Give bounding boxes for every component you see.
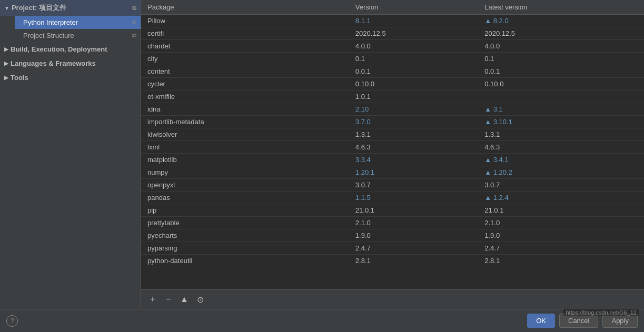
- apply-button[interactable]: Apply: [602, 314, 638, 328]
- sidebar-group-build[interactable]: ▶ Build, Execution, Deployment: [0, 42, 141, 56]
- sidebar-group-languages[interactable]: ▶ Languages & Frameworks: [0, 56, 141, 71]
- package-name: pyparsing: [141, 242, 349, 255]
- dialog-footer: ? OK Cancel Apply: [0, 309, 644, 332]
- table-row[interactable]: pandas1.1.5▲ 1.2.4: [141, 192, 644, 204]
- package-latest: 0.1: [478, 53, 644, 65]
- sidebar-group-build-label: Build, Execution, Deployment: [11, 45, 107, 53]
- sidebar-group-project[interactable]: ▼ Project: 项目文件 ⧉: [0, 0, 141, 16]
- package-name: pip: [141, 204, 349, 217]
- table-row[interactable]: kiwisolver1.3.11.3.1: [141, 128, 644, 141]
- table-row[interactable]: prettytable2.1.02.1.0: [141, 217, 644, 229]
- col-header-package: Package: [141, 0, 349, 15]
- table-row[interactable]: cycler0.10.00.10.0: [141, 78, 644, 90]
- upgrade-arrow-icon: ▲: [484, 17, 491, 25]
- package-latest: 0.10.0: [478, 78, 644, 90]
- sidebar-group-tools[interactable]: ▶ Tools: [0, 71, 141, 85]
- package-latest: ▲ 3.10.1: [478, 116, 644, 128]
- package-version: 0.10.0: [349, 78, 478, 90]
- add-package-button[interactable]: +: [146, 293, 159, 306]
- chevron-right-icon-tools: ▶: [4, 75, 8, 81]
- package-latest: ▲ 1.20.2: [478, 166, 644, 179]
- table-row[interactable]: city0.10.1: [141, 53, 644, 65]
- package-table[interactable]: Package Version Latest version Pillow8.1…: [141, 0, 644, 289]
- package-version: 1.0.1: [349, 90, 478, 103]
- package-name: city: [141, 53, 349, 65]
- settings-dialog: ▼ Project: 项目文件 ⧉ Python Interpreter ⧉ P…: [0, 0, 644, 332]
- package-name: pandas: [141, 192, 349, 204]
- remove-package-button[interactable]: −: [162, 293, 175, 306]
- sidebar-item-python-interpreter[interactable]: Python Interpreter ⧉: [15, 16, 141, 29]
- package-name: numpy: [141, 166, 349, 179]
- sidebar-item-project-structure[interactable]: Project Structure ⧉: [15, 29, 141, 42]
- package-version: 2020.12.5: [349, 27, 478, 40]
- package-latest: ▲ 1.2.4: [478, 192, 644, 204]
- package-version: 2.10: [349, 103, 478, 116]
- package-version: 0.0.1: [349, 65, 478, 78]
- table-row[interactable]: certifi2020.12.52020.12.5: [141, 27, 644, 40]
- package-name: kiwisolver: [141, 128, 349, 141]
- package-latest: ▲ 3.1: [478, 103, 644, 116]
- table-toolbar: + − ▲ ⊙: [141, 289, 644, 309]
- package-name: chardet: [141, 40, 349, 53]
- table-row[interactable]: idna2.10▲ 3.1: [141, 103, 644, 116]
- package-latest: 1.9.0: [478, 229, 644, 242]
- ok-button[interactable]: OK: [527, 314, 555, 328]
- sidebar-group-project-label: Project: 项目文件: [12, 3, 66, 13]
- inspect-package-button[interactable]: ⊙: [194, 293, 206, 306]
- package-name: prettytable: [141, 217, 349, 229]
- package-name: lxml: [141, 141, 349, 154]
- table-row[interactable]: chardet4.0.04.0.0: [141, 40, 644, 53]
- help-button[interactable]: ?: [6, 315, 18, 327]
- sidebar-item-python-interpreter-label: Python Interpreter: [23, 18, 78, 26]
- upgrade-arrow-icon: ▲: [484, 168, 491, 176]
- package-name: python-dateutil: [141, 255, 349, 267]
- package-name: idna: [141, 103, 349, 116]
- table-row[interactable]: python-dateutil2.8.12.8.1: [141, 255, 644, 267]
- package-name: cycler: [141, 78, 349, 90]
- dialog-body: ▼ Project: 项目文件 ⧉ Python Interpreter ⧉ P…: [0, 0, 644, 309]
- package-name: certifi: [141, 27, 349, 40]
- table-row[interactable]: lxml4.6.34.6.3: [141, 141, 644, 154]
- chevron-right-icon-languages: ▶: [4, 61, 8, 66]
- upgrade-package-button[interactable]: ▲: [178, 293, 191, 306]
- table-row[interactable]: pyparsing2.4.72.4.7: [141, 242, 644, 255]
- package-version: 3.0.7: [349, 179, 478, 192]
- copy-icon: ⧉: [132, 5, 136, 12]
- package-version: 2.1.0: [349, 217, 478, 229]
- table-row[interactable]: pip21.0.121.0.1: [141, 204, 644, 217]
- table-row[interactable]: openpyxl3.0.73.0.7: [141, 179, 644, 192]
- package-latest: 2020.12.5: [478, 27, 644, 40]
- sidebar-group-languages-label: Languages & Frameworks: [11, 59, 96, 67]
- upgrade-arrow-icon: ▲: [484, 105, 491, 113]
- main-content: Package Version Latest version Pillow8.1…: [141, 0, 644, 309]
- table-row[interactable]: et-xmlfile1.0.1: [141, 90, 644, 103]
- sidebar-group-tools-label: Tools: [11, 74, 28, 82]
- package-version: 1.20.1: [349, 166, 478, 179]
- package-name: content: [141, 65, 349, 78]
- package-latest: ▲ 8.2.0: [478, 15, 644, 27]
- table-row[interactable]: numpy1.20.1▲ 1.20.2: [141, 166, 644, 179]
- package-version: 2.8.1: [349, 255, 478, 267]
- chevron-right-icon-build: ▶: [4, 46, 8, 52]
- package-name: matplotlib: [141, 154, 349, 166]
- cancel-button[interactable]: Cancel: [559, 314, 598, 328]
- upgrade-arrow-icon: ▲: [484, 118, 491, 126]
- table-row[interactable]: matplotlib3.3.4▲ 3.4.1: [141, 154, 644, 166]
- package-latest: 2.8.1: [478, 255, 644, 267]
- package-latest: 0.0.1: [478, 65, 644, 78]
- package-version: 2.4.7: [349, 242, 478, 255]
- col-header-latest: Latest version: [478, 0, 644, 15]
- sidebar-children-project: Python Interpreter ⧉ Project Structure ⧉: [0, 16, 141, 42]
- package-name: Pillow: [141, 15, 349, 27]
- package-version: 4.6.3: [349, 141, 478, 154]
- table-row[interactable]: pyecharts1.9.01.9.0: [141, 229, 644, 242]
- table-row[interactable]: Pillow8.1.1▲ 8.2.0: [141, 15, 644, 27]
- package-latest: ▲ 3.4.1: [478, 154, 644, 166]
- package-version: 21.0.1: [349, 204, 478, 217]
- table-row[interactable]: content0.0.10.0.1: [141, 65, 644, 78]
- package-latest: 4.6.3: [478, 141, 644, 154]
- table-row[interactable]: importlib-metadata3.7.0▲ 3.10.1: [141, 116, 644, 128]
- package-latest: 3.0.7: [478, 179, 644, 192]
- package-latest: [478, 90, 644, 103]
- package-version: 3.7.0: [349, 116, 478, 128]
